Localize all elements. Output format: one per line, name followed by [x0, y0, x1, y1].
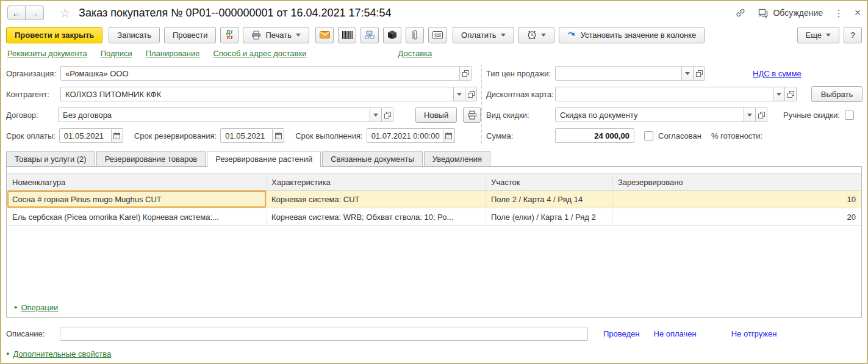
- counterparty-dropdown-icon[interactable]: [454, 87, 465, 101]
- link-requisites[interactable]: Реквизиты документа: [7, 49, 87, 58]
- approved-checkbox[interactable]: [644, 131, 653, 140]
- cell-nomenclature[interactable]: Ель сербская (Picea omorika Karel) Корне…: [7, 208, 267, 225]
- cell-nomenclature[interactable]: Сосна # горная Pinus mugo Mughus CUT: [7, 191, 267, 208]
- discount-card-input[interactable]: [560, 90, 769, 99]
- organization-value[interactable]: «Ромашка» ООО: [60, 66, 460, 81]
- barcode-button[interactable]: [338, 27, 356, 43]
- save-button[interactable]: Записать: [109, 27, 160, 43]
- counterparty-value[interactable]: КОЛХОЗ ПИТОМНИК КФК: [60, 87, 454, 101]
- column-header-reserved[interactable]: Зарезервировано: [613, 174, 861, 190]
- back-button[interactable]: ←: [7, 5, 26, 20]
- contract-dropdown-icon[interactable]: [370, 107, 382, 122]
- price-type-dropdown-icon[interactable]: [682, 66, 694, 81]
- price-type-open-icon[interactable]: [694, 66, 705, 81]
- contract-field[interactable]: Без договора: [58, 107, 393, 122]
- discount-kind-open-icon[interactable]: [756, 107, 767, 122]
- payment-due-field[interactable]: 01.05.2021: [59, 128, 123, 143]
- column-header-nomenclature[interactable]: Номенклатура: [7, 174, 267, 190]
- organization-open-icon[interactable]: [460, 66, 472, 81]
- tab-notifications[interactable]: Уведомления: [424, 151, 490, 166]
- link-planning[interactable]: Планирование: [146, 49, 200, 58]
- help-button[interactable]: ?: [844, 27, 862, 43]
- print-contract-button[interactable]: [463, 107, 481, 123]
- nav-history-group: ← →: [7, 5, 44, 20]
- document-structure-button[interactable]: [360, 27, 379, 43]
- tab-goods-reservation[interactable]: Резервирование товаров: [96, 151, 206, 166]
- set-column-value-button[interactable]: Установить значение в колонке: [559, 27, 705, 43]
- envelope-icon: [320, 31, 330, 38]
- price-type-field[interactable]: [555, 66, 705, 81]
- payment-due-value[interactable]: 01.05.2021: [59, 128, 112, 143]
- tab-related-documents[interactable]: Связанные документы: [322, 151, 423, 166]
- discount-card-open-icon[interactable]: [785, 87, 797, 101]
- counterparty-field[interactable]: КОЛХОЗ ПИТОМНИК КФК: [60, 87, 477, 101]
- vat-in-amount-link[interactable]: НДС в сумме: [753, 69, 802, 78]
- more-caret-icon: [826, 34, 831, 37]
- reserve-due-calendar-icon[interactable]: [273, 128, 284, 143]
- table-header-row: Номенклатура Характеристика Участок Заре…: [7, 173, 861, 191]
- discount-kind-field[interactable]: Скидка по документу: [555, 107, 767, 122]
- column-header-plot[interactable]: Участок: [486, 174, 613, 190]
- cell-plot[interactable]: Поле 2 / Карта 4 / Ряд 14: [486, 191, 613, 208]
- column-header-characteristic[interactable]: Характеристика: [267, 174, 486, 190]
- link-icon[interactable]: [735, 7, 746, 18]
- discussion-button[interactable]: Обсуждение: [757, 8, 823, 18]
- description-input[interactable]: [60, 327, 588, 341]
- more-button[interactable]: Еще: [797, 27, 839, 43]
- price-type-input[interactable]: [560, 69, 677, 78]
- attachments-button[interactable]: [406, 27, 424, 43]
- table-row[interactable]: Ель сербская (Picea omorika Karel) Корне…: [7, 208, 861, 226]
- discount-card-dropdown-icon[interactable]: [773, 87, 785, 101]
- counterparty-open-icon[interactable]: [465, 87, 477, 101]
- reserve-due-value[interactable]: 01.05.2021: [220, 128, 273, 143]
- print-button[interactable]: Печать: [243, 27, 309, 43]
- tab-goods-services[interactable]: Товары и услуги (2): [6, 151, 95, 166]
- organization-field[interactable]: «Ромашка» ООО: [60, 66, 472, 81]
- reminder-button[interactable]: [518, 27, 554, 43]
- cell-characteristic[interactable]: Корневая система: CUT: [267, 191, 486, 208]
- fulfill-due-calendar-icon[interactable]: [443, 128, 455, 143]
- discussion-bubble-icon: [757, 8, 769, 18]
- post-button[interactable]: Провести: [164, 27, 217, 43]
- choose-card-button[interactable]: Выбрать: [811, 86, 863, 102]
- invoice-button[interactable]: $: [428, 27, 447, 43]
- contract-open-icon[interactable]: [382, 107, 393, 122]
- reservation-table: Номенклатура Характеристика Участок Заре…: [7, 173, 861, 226]
- form-column-separator: [481, 65, 482, 145]
- pay-button[interactable]: Оплатить: [453, 27, 514, 43]
- tab-plants-reservation[interactable]: Резервирование растений: [207, 151, 321, 167]
- status-posted[interactable]: Проведен: [603, 329, 640, 338]
- discount-card-field[interactable]: [555, 87, 797, 101]
- reserve-due-label: Срок резервирования:: [134, 131, 217, 140]
- payment-due-calendar-icon[interactable]: [112, 128, 123, 143]
- status-unshipped[interactable]: Не отгружен: [731, 329, 777, 338]
- kebab-menu-icon[interactable]: ⋮: [834, 7, 844, 19]
- additional-properties-link[interactable]: Дополнительные свойства: [13, 349, 111, 359]
- forward-button[interactable]: →: [26, 5, 44, 20]
- dtkt-postings-button[interactable]: ДтКт: [220, 27, 239, 43]
- discount-kind-value[interactable]: Скидка по документу: [555, 107, 744, 122]
- link-delivery[interactable]: Доставка: [398, 49, 432, 58]
- status-unpaid[interactable]: Не оплачен: [654, 329, 697, 338]
- new-contract-button[interactable]: Новый: [415, 107, 457, 123]
- operations-link[interactable]: Операции: [21, 303, 58, 312]
- link-signatures[interactable]: Подписи: [101, 49, 132, 58]
- email-button[interactable]: [315, 27, 334, 43]
- manual-discounts-checkbox[interactable]: [845, 111, 854, 120]
- link-delivery-method[interactable]: Способ и адрес доставки: [213, 49, 306, 58]
- close-icon[interactable]: ×: [855, 7, 861, 19]
- cell-reserved[interactable]: 10: [613, 191, 861, 208]
- manual-discounts-label: Ручные скидки:: [783, 111, 840, 120]
- contract-value[interactable]: Без договора: [58, 107, 370, 122]
- fulfill-due-value[interactable]: 01.07.2021 0:00:00: [367, 128, 443, 143]
- favorites-star-icon[interactable]: ☆: [60, 7, 70, 19]
- cell-plot[interactable]: Поле (елки) / Карта 1 / Ряд 2: [486, 208, 613, 225]
- discount-kind-dropdown-icon[interactable]: [744, 107, 756, 122]
- table-row[interactable]: Сосна # горная Pinus mugo Mughus CUT Кор…: [7, 191, 861, 208]
- cell-reserved[interactable]: 20: [613, 208, 861, 225]
- goods-cube-button[interactable]: [383, 27, 401, 43]
- reserve-due-field[interactable]: 01.05.2021: [220, 128, 284, 143]
- post-and-close-button[interactable]: Провести и закрыть: [6, 27, 102, 43]
- fulfill-due-field[interactable]: 01.07.2021 0:00:00: [367, 128, 455, 143]
- cell-characteristic[interactable]: Корневая система: WRB; Обхват ствола: 10…: [267, 208, 486, 225]
